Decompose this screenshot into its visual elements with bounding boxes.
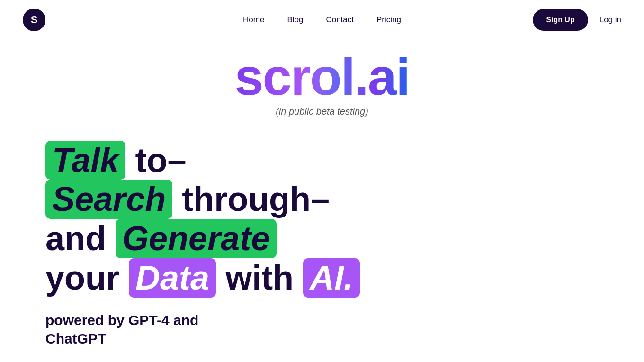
- nav-home[interactable]: Home: [243, 15, 264, 25]
- main-content: Talk to– Search through– and Generate yo…: [0, 122, 644, 362]
- headline-line4: your Data with AI.: [45, 258, 606, 298]
- nav-contact[interactable]: Contact: [326, 15, 354, 25]
- login-button[interactable]: Log in: [599, 15, 621, 25]
- hero-logo-text: scrol.ai: [234, 49, 409, 104]
- powered-line2: ChatGPT: [45, 329, 606, 348]
- nav-blog[interactable]: Blog: [287, 15, 303, 25]
- headline-generate-tag: Generate: [116, 219, 277, 258]
- logo[interactable]: S: [23, 9, 45, 31]
- hero-beta-text: (in public beta testing): [0, 106, 644, 117]
- headline-line1-plain: to–: [135, 141, 186, 179]
- headline-talk-tag: Talk: [45, 141, 125, 180]
- navbar: S Home Blog Contact Pricing Sign Up Log …: [0, 0, 644, 40]
- headline-line2: Search through–: [45, 180, 606, 219]
- headline-ai-tag: AI.: [303, 258, 360, 298]
- headline-search-tag: Search: [45, 180, 172, 219]
- headline-line1: Talk to–: [45, 141, 606, 180]
- hero-logo-section: scrol.ai (in public beta testing): [0, 40, 644, 122]
- headline-line2-plain: through–: [182, 180, 330, 218]
- headline: Talk to– Search through– and Generate yo…: [45, 141, 606, 298]
- headline-with: with: [225, 259, 294, 297]
- nav-links: Home Blog Contact Pricing: [243, 15, 401, 25]
- signup-button[interactable]: Sign Up: [533, 9, 588, 31]
- nav-right: Sign Up Log in: [533, 9, 621, 31]
- powered-text: powered by GPT-4 and ChatGPT: [45, 311, 606, 348]
- headline-line3: and Generate: [45, 219, 606, 258]
- headline-line3-and: and: [45, 219, 106, 257]
- powered-line1: powered by GPT-4 and: [45, 311, 606, 329]
- nav-pricing[interactable]: Pricing: [376, 15, 401, 25]
- headline-data-tag: Data: [129, 258, 216, 298]
- headline-your: your: [45, 259, 119, 297]
- logo-letter: S: [31, 14, 38, 26]
